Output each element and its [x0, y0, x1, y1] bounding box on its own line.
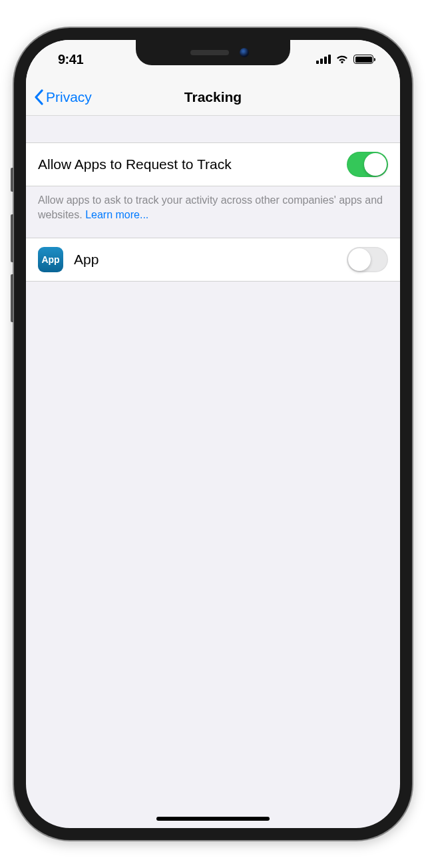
content-area: Allow Apps to Request to Track Allow app…: [26, 116, 400, 282]
screen: 9:41 Privacy Tracking Al: [26, 40, 400, 828]
speaker-grille: [190, 50, 229, 55]
wifi-icon: [335, 55, 349, 64]
app-icon: App: [38, 247, 63, 272]
allow-apps-request-track-cell: Allow Apps to Request to Track: [26, 142, 400, 186]
app-tracking-cell: App App: [26, 238, 400, 282]
battery-icon: [353, 55, 373, 64]
back-button[interactable]: Privacy: [34, 89, 92, 105]
allow-apps-request-track-toggle[interactable]: [347, 152, 388, 177]
front-camera-icon: [240, 48, 249, 57]
page-title: Tracking: [184, 89, 242, 105]
notch: [136, 40, 290, 65]
iphone-device-frame: 9:41 Privacy Tracking Al: [14, 28, 412, 840]
navigation-bar: Privacy Tracking: [26, 79, 400, 116]
app-tracking-toggle[interactable]: [347, 247, 388, 272]
back-label: Privacy: [46, 89, 92, 105]
allow-track-footer: Allow apps to ask to track your activity…: [26, 186, 400, 238]
home-indicator[interactable]: [156, 817, 270, 821]
status-icons: [316, 55, 373, 64]
learn-more-link[interactable]: Learn more...: [85, 209, 148, 220]
allow-apps-request-track-label: Allow Apps to Request to Track: [38, 156, 232, 172]
cellular-signal-icon: [316, 55, 331, 64]
status-time: 9:41: [58, 52, 83, 67]
app-name-label: App: [74, 252, 336, 268]
chevron-left-icon: [34, 89, 43, 105]
